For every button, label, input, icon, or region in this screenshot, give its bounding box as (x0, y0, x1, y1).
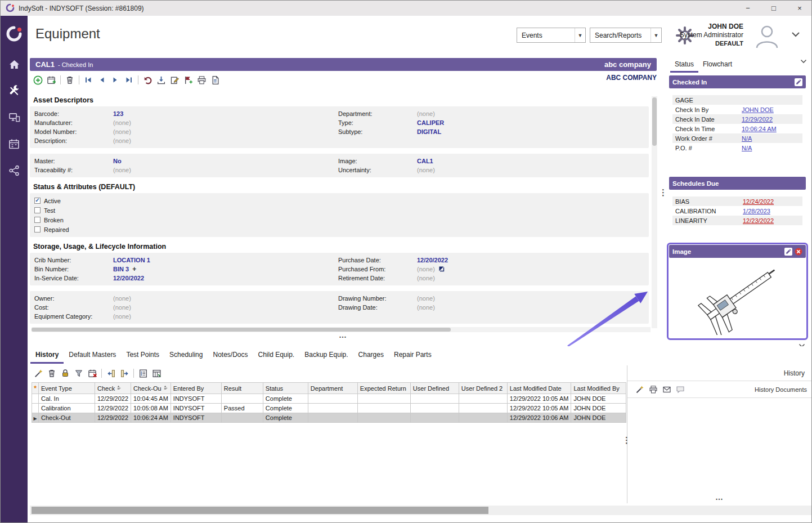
schedule-due-date-link[interactable]: 12/23/2022 (743, 217, 774, 224)
history-row[interactable]: Cal. In12/29/202210:04:45 AM INDYSOFTCom… (32, 394, 626, 404)
col-expected-return[interactable]: Expected Return (357, 383, 410, 394)
scrollbar-thumb[interactable] (32, 507, 488, 514)
col-last-modified-by[interactable]: Last Modified By (571, 383, 626, 394)
schedule-name: BIAS (675, 198, 743, 205)
check-in-by-link[interactable]: JOHN DOE (742, 106, 774, 113)
nav-first-button[interactable] (82, 73, 95, 87)
schedule-due-date-link[interactable]: 12/24/2022 (743, 198, 774, 205)
checkbox-repaired[interactable] (34, 226, 41, 233)
edit-checkin-button[interactable] (794, 78, 802, 86)
work-order-link[interactable]: N/A (742, 135, 752, 142)
close-button[interactable]: × (787, 1, 812, 16)
sidebar-logo-icon[interactable] (1, 16, 28, 52)
user-avatar-button[interactable] (754, 24, 780, 50)
col-result[interactable]: Result (221, 383, 263, 394)
field-value: (none) (417, 304, 435, 311)
tab-history[interactable]: History (30, 348, 64, 364)
horizontal-splitter-handle[interactable]: … (30, 330, 657, 339)
main-vertical-scrollbar[interactable] (652, 96, 657, 328)
check-in-date-link[interactable]: 12/29/2022 (742, 116, 773, 123)
row-label: P.O. # (675, 145, 742, 151)
po-number-link[interactable]: N/A (742, 145, 752, 151)
tab-test-points[interactable]: Test Points (121, 348, 164, 364)
minimize-button[interactable]: − (735, 1, 761, 16)
lock-event-button[interactable] (59, 366, 72, 380)
modify-event-button[interactable] (32, 366, 45, 380)
col-department[interactable]: Department (308, 383, 357, 394)
report-button[interactable] (208, 73, 222, 87)
col-check-in[interactable]: Check (95, 383, 131, 394)
email-document-button[interactable] (660, 383, 674, 396)
add-event-button[interactable] (44, 73, 58, 87)
sidebar-item-equipment[interactable] (1, 78, 28, 105)
tab-repair-parts[interactable]: Repair Parts (389, 348, 437, 364)
image-panel-body (669, 258, 806, 338)
history-row-selected[interactable]: ▶ Check-Out12/29/202210:06:24 AM INDYSOF… (32, 413, 626, 423)
comment-button[interactable] (674, 383, 687, 396)
checkbox-test[interactable] (34, 207, 41, 213)
events-dropdown[interactable]: Events ▼ (517, 28, 586, 43)
add-bin-button[interactable]: + (132, 265, 136, 273)
sidebar-item-devices[interactable] (1, 105, 28, 131)
schedule-due-date-link[interactable]: 1/28/2023 (743, 208, 770, 214)
checkbox-broken[interactable] (34, 217, 41, 223)
sidebar-item-calendar[interactable] (1, 131, 28, 158)
asset-status: - Checked In (58, 61, 93, 68)
sidebar-item-home[interactable] (1, 52, 28, 78)
view-form-button[interactable] (136, 366, 150, 380)
edit-image-button[interactable] (784, 247, 792, 256)
delete-image-button[interactable] (794, 247, 802, 256)
nav-prev-button[interactable] (95, 73, 109, 87)
tab-flowchart[interactable]: Flowchart (698, 59, 737, 73)
import-button[interactable] (154, 73, 168, 87)
col-user-defined-2[interactable]: User Defined 2 (459, 383, 507, 394)
checkbox-active[interactable] (34, 198, 41, 204)
filter-button[interactable] (72, 366, 86, 380)
print-button[interactable] (195, 73, 208, 87)
col-user-defined-1[interactable]: User Defined (410, 383, 459, 394)
remove-schedule-button[interactable] (86, 366, 99, 380)
tab-default-masters[interactable]: Default Masters (64, 348, 121, 364)
field-label: Description: (34, 137, 113, 144)
col-last-modified-date[interactable]: Last Modified Date (507, 383, 571, 394)
nav-last-button[interactable] (122, 73, 136, 87)
user-menu-button[interactable] (791, 32, 800, 38)
chevron-down-icon (791, 32, 800, 38)
col-check-out[interactable]: Check-Ou (131, 383, 171, 394)
print-document-button[interactable] (647, 383, 660, 396)
history-row[interactable]: Calibration12/29/202210:05:08 AM INDYSOF… (32, 404, 626, 413)
undo-button[interactable] (141, 73, 154, 87)
check-in-button[interactable] (104, 366, 118, 380)
tab-scheduling[interactable]: Scheduling (164, 348, 208, 364)
sidebar-item-network[interactable] (1, 158, 28, 184)
col-event-type[interactable]: Event Type (39, 383, 95, 394)
tab-notes-docs[interactable]: Notes/Docs (208, 348, 253, 364)
maximize-button[interactable]: □ (761, 1, 787, 16)
check-out-button[interactable] (118, 366, 131, 380)
field-value: CALIPER (417, 119, 444, 126)
edit-record-button[interactable] (168, 73, 181, 87)
tab-charges[interactable]: Charges (353, 348, 389, 364)
vendor-lookup-icon[interactable] (438, 266, 445, 273)
tab-status[interactable]: Status (670, 59, 698, 73)
nav-next-button[interactable] (109, 73, 122, 87)
delete-event-button[interactable] (45, 366, 59, 380)
col-entered-by[interactable]: Entered By (171, 383, 221, 394)
modify-document-button[interactable] (633, 383, 647, 396)
delete-record-button[interactable] (63, 73, 77, 87)
field-value: BIN 3 (113, 266, 129, 272)
collapse-panel-chevron-icon[interactable] (800, 58, 808, 63)
col-status[interactable]: Status (263, 383, 308, 394)
bottom-panel-splitter-handle[interactable]: ⋮ (622, 435, 631, 445)
schedule-grid-button[interactable] (150, 366, 163, 380)
status-attributes-block: Active Test Broken Repaired (30, 193, 649, 237)
tab-child-equip[interactable]: Child Equip. (253, 348, 300, 364)
bottom-horizontal-scrollbar[interactable] (30, 506, 811, 515)
toolbar-separator (138, 75, 138, 84)
check-in-time-link[interactable]: 10:06:24 AM (742, 126, 777, 132)
documents-splitter-handle[interactable]: … (675, 493, 765, 502)
flag-button[interactable] (181, 73, 195, 87)
scrollbar-thumb[interactable] (652, 97, 657, 146)
add-record-button[interactable] (31, 73, 44, 87)
tab-backup-equip[interactable]: Backup Equip. (299, 348, 353, 364)
